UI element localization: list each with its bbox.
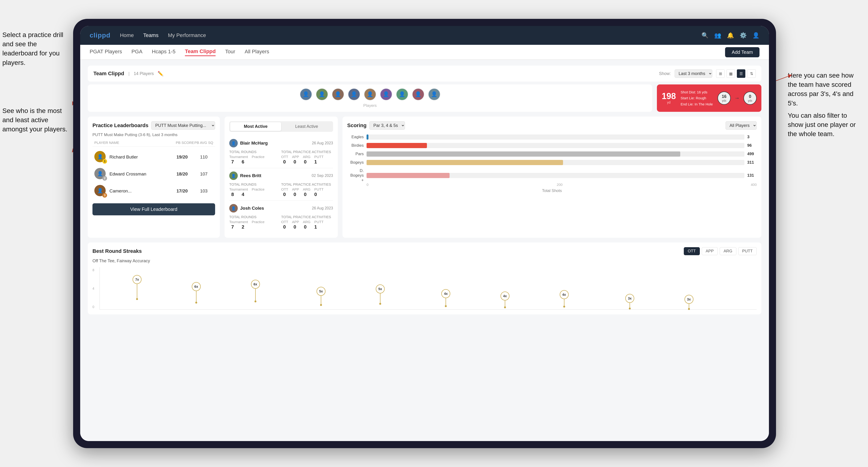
nav-my-performance[interactable]: My Performance [168,32,206,38]
bell-icon[interactable]: 🔔 [727,32,734,39]
tab-ott[interactable]: OTT [684,247,700,255]
streak-pin-5: 4x [441,289,450,307]
view-grid-small[interactable]: ⊞ [716,69,724,78]
lb-col-score: PB SCORE [176,141,194,145]
streaks-chart: 8 4 0 7x 6x 6x 5x [92,267,757,310]
arg-val-1: 0 [302,159,309,165]
streak-bubble-8: 3x [625,294,634,303]
putt-label-2: PUTT [314,187,323,191]
player-avatar-5[interactable]: 👤 [364,88,376,100]
streak-pin-1: 6x [192,282,201,304]
tournament-val-2: 8 [229,192,236,197]
player-avatar-2[interactable]: 👤 [316,88,328,100]
bar-value-dbogeys: 131 [747,173,757,178]
streak-dot-5 [445,305,447,307]
player-avatar-7[interactable]: 👤 [396,88,408,100]
top-nav: clippd Home Teams My Performance 🔍 👥 🔔 ⚙… [80,26,769,45]
player-avatar-8[interactable]: 👤 [412,88,424,100]
view-list[interactable]: ☰ [737,69,745,78]
add-team-button[interactable]: Add Team [725,47,760,57]
show-period-select[interactable]: Last 3 months [675,69,712,78]
bar-track-birdies [367,143,744,148]
shot-circle1-val: 16 [722,94,726,99]
scoring-player-filter[interactable]: All Players [725,121,757,130]
player-avatar-1[interactable]: 👤 [300,88,312,100]
nav-home[interactable]: Home [120,32,134,38]
pa-practice-label-1: Total Practice Activities [281,150,333,154]
search-icon[interactable]: 🔍 [702,32,709,39]
chart-x-axis: 0 200 400 [347,183,757,187]
streak-bubble-2: 6x [251,280,260,289]
streak-dot-9 [688,308,690,310]
settings-icon[interactable]: ⚙️ [740,32,747,39]
players-avatars: 👤 👤 👤 👤 👤 👤 👤 👤 👤 [300,88,440,100]
lb-player-3[interactable]: 👤 3 Cameron... 17/20 103 [92,183,215,199]
player-avatar-9[interactable]: 👤 [428,88,440,100]
shot-circle2-unit: yds [748,99,752,102]
putt-val-3: 1 [312,224,319,230]
sub-nav-pga[interactable]: PGA [131,49,142,56]
streak-line-5 [445,298,446,305]
bar-fill-dbogeys [367,173,450,178]
bar-fill-bogeys [367,160,563,165]
lb-col-avg: PB AVG SQ [194,141,213,145]
activity-card-2: 👤 Rees Britt 02 Sep 2023 Total Rounds To… [229,168,333,201]
tab-most-active[interactable]: Most Active [230,122,281,131]
people-icon[interactable]: 👥 [714,32,721,39]
lb-name-3: Cameron... [110,188,170,194]
edit-icon[interactable]: ✏️ [158,71,163,76]
streak-bubble-3: 5x [316,287,326,296]
bar-value-pars: 499 [747,152,757,156]
streak-dot-1 [195,302,197,304]
pa-name-2: Rees Britt [240,173,309,178]
bar-label-dbogeys: D. Bogeys + [347,168,364,183]
sub-nav-pgat[interactable]: PGAT Players [90,49,122,56]
shot-dist: 198 [661,92,676,100]
view-sort[interactable]: ⇅ [747,69,756,78]
tab-putt[interactable]: PUTT [738,247,757,255]
bar-row-dbogeys: D. Bogeys + 131 [347,168,757,183]
bar-fill-eagles [367,134,368,139]
scoring-par-filter[interactable]: Par 3, 4 & 5s [369,121,405,130]
lb-score-3: 17/20 [173,188,191,194]
streak-pin-3: 5x [316,287,326,306]
user-icon[interactable]: 👤 [752,32,760,39]
scoring-panel: Scoring Par 3, 4 & 5s All Players Eagles [342,117,762,238]
view-grid-large[interactable]: ▦ [726,69,735,78]
shot-end-lie: End Lie: In The Hole [681,101,713,107]
bar-value-eagles: 3 [747,135,757,139]
annotation-top-right: Here you can see how the team have score… [788,71,863,108]
player-avatar-6[interactable]: 👤 [380,88,392,100]
tournament-val-1: 7 [229,159,236,165]
shot-card: 198 yd Shot Dist: 16 yds Start Lie: Roug… [657,85,762,112]
lb-player-2[interactable]: 👤 2 Edward Crossman 18/20 107 [92,165,215,183]
nav-teams[interactable]: Teams [143,32,158,38]
tab-app[interactable]: APP [702,247,718,255]
drill-select[interactable]: PUTT Must Make Putting... [151,121,215,130]
streak-line-8 [629,303,630,308]
player-avatar-4[interactable]: 👤 [348,88,360,100]
tab-least-active[interactable]: Least Active [281,122,332,131]
team-header: Team Clippd | 14 Players ✏️ Show: Last 3… [88,66,762,82]
player-avatar-3[interactable]: 👤 [332,88,344,100]
pa-practice-values-2: 0 0 0 0 [281,192,333,197]
bar-fill-pars [367,151,680,157]
middle-row: Practice Leaderboards PUTT Must Make Put… [88,117,762,238]
sub-nav-tour[interactable]: Tour [225,49,235,56]
sub-nav-all-players[interactable]: All Players [245,49,269,56]
ott-val-2: 0 [281,192,288,197]
practice-label-2: Practice [252,187,265,191]
streak-pin-0: 7x [132,275,142,300]
bar-track-dbogeys [367,173,744,178]
lb-player-1[interactable]: 👤 1 Richard Butler 19/20 110 [92,149,215,165]
pa-practice-sublabels-3: OTT APP ARG PUTT [281,220,333,224]
sub-nav-hcaps[interactable]: Hcaps 1-5 [152,49,176,56]
putt-val-2: 0 [312,192,319,197]
ott-label-3: OTT [281,220,288,224]
streak-dot-8 [629,308,631,309]
sub-nav-team-clippd[interactable]: Team Clippd [185,49,216,56]
tab-arg[interactable]: ARG [720,247,736,255]
lb-avg-1: 110 [194,154,213,160]
streaks-panel: Best Round Streaks OTT APP ARG PUTT Off … [88,243,762,314]
view-leaderboard-button[interactable]: View Full Leaderboard [92,203,215,215]
